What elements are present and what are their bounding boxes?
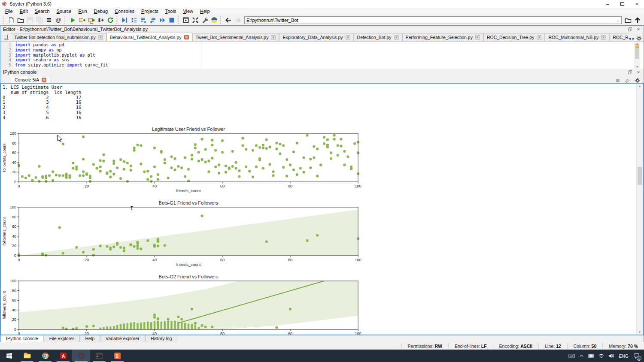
run-icon[interactable]: [68, 15, 77, 25]
run-cell-advance-icon[interactable]: [87, 15, 96, 25]
minimize-button[interactable]: –: [600, 0, 615, 8]
clear-console-eraser-icon[interactable]: [625, 78, 630, 83]
menu-consoles[interactable]: Consoles: [111, 8, 138, 14]
console-scrollbar[interactable]: ▲ ▼: [636, 84, 643, 334]
close-pane-icon[interactable]: ×: [636, 27, 641, 32]
save-icon[interactable]: [25, 15, 35, 25]
up-icon[interactable]: [633, 15, 642, 25]
working-directory-input[interactable]: [245, 18, 614, 23]
console-tab[interactable]: Console 5/A ✕: [11, 76, 50, 83]
continue-icon[interactable]: [158, 15, 167, 25]
new-file-icon[interactable]: [6, 15, 16, 25]
tray-chevron-up-icon[interactable]: [578, 353, 585, 359]
menu-projects[interactable]: Projects: [138, 8, 162, 14]
undock-pane-icon[interactable]: [627, 27, 632, 32]
scroll-tabs-left-icon[interactable]: ◂: [629, 36, 631, 41]
touch-keyboard-icon[interactable]: [568, 353, 575, 359]
editor-tab[interactable]: ROC_Random_Forest.py✕: [609, 33, 629, 41]
maximize-button[interactable]: [615, 0, 629, 8]
dock-tab-history-log[interactable]: History log: [145, 335, 178, 342]
restart-icon[interactable]: [106, 15, 115, 25]
editor-tab[interactable]: Performing_Feature_Selection.py✕: [402, 33, 483, 41]
step-over-icon[interactable]: [139, 15, 148, 25]
menu-view[interactable]: View: [179, 8, 197, 14]
close-tab-icon[interactable]: ✕: [475, 35, 480, 40]
chevron-down-icon[interactable]: ⌄: [614, 18, 621, 22]
editor-scrollbar[interactable]: ▲ ▼: [634, 42, 640, 69]
menu-debug[interactable]: Debug: [91, 8, 111, 14]
close-tab-icon[interactable]: ✕: [271, 35, 276, 40]
close-tab-icon[interactable]: ✕: [601, 35, 606, 40]
terminal-taskbar-icon[interactable]: [90, 350, 108, 362]
step-into-icon[interactable]: [148, 15, 158, 25]
console-scrollbar-thumb[interactable]: [638, 167, 642, 185]
menu-file[interactable]: File: [2, 8, 16, 14]
forward-icon[interactable]: [233, 15, 243, 25]
preferences-icon[interactable]: [200, 15, 210, 25]
scroll-up-icon[interactable]: ▲: [637, 84, 643, 87]
menu-help[interactable]: Help: [197, 8, 213, 14]
scroll-down-icon[interactable]: ▼: [637, 331, 643, 334]
start-button[interactable]: [0, 350, 18, 362]
debug-file-icon[interactable]: [120, 15, 129, 25]
code-editor[interactable]: 12345 import pandas as pdimport numpy as…: [0, 41, 644, 69]
close-tab-icon[interactable]: ✕: [394, 35, 399, 40]
close-tab-icon[interactable]: ✕: [98, 35, 103, 40]
menu-tools[interactable]: Tools: [162, 8, 180, 14]
browse-tabs-button[interactable]: [0, 33, 11, 41]
editor-tab[interactable]: Tweet_Bot_Sentimental_Analysis.py✕: [192, 33, 279, 41]
run-selection-icon[interactable]: [96, 15, 106, 25]
close-tab-icon[interactable]: ✕: [537, 35, 541, 40]
close-pane-icon[interactable]: ×: [636, 69, 641, 75]
acrobat-taskbar-icon[interactable]: A: [54, 350, 72, 362]
file-explorer-taskbar-icon[interactable]: [18, 350, 36, 362]
editor-tab[interactable]: ROC_Decision_Tree.py✕: [483, 33, 545, 41]
open-file-icon[interactable]: [16, 15, 25, 25]
close-button[interactable]: ×: [629, 0, 644, 8]
menu-search[interactable]: Search: [31, 8, 53, 14]
back-icon[interactable]: [224, 15, 233, 25]
editor-tab[interactable]: Detection_Bot.py✕: [354, 33, 402, 41]
file-switcher-icon[interactable]: [44, 15, 54, 25]
console-options-gear-icon[interactable]: [635, 78, 640, 83]
maximize-pane-icon[interactable]: [181, 15, 191, 25]
undock-pane-icon[interactable]: [627, 69, 632, 75]
debug-cell-icon[interactable]: [129, 15, 139, 25]
chrome-taskbar-icon[interactable]: [36, 350, 54, 362]
editor-tab[interactable]: ROC_Multinomial_NB.py✕: [545, 33, 609, 41]
action-center-icon[interactable]: 1: [633, 353, 640, 359]
interrupt-kernel-icon[interactable]: [615, 78, 620, 83]
battery-icon[interactable]: [588, 353, 595, 359]
dock-tab-variable-explorer[interactable]: Variable explorer: [100, 335, 145, 342]
scroll-tabs-right-icon[interactable]: ▸: [632, 36, 635, 41]
stop-icon[interactable]: [167, 15, 176, 25]
editor-scrollbar-thumb[interactable]: [635, 48, 639, 59]
console-output-area[interactable]: 1. LCS Legitimate User num_of_strings lc…: [0, 83, 644, 335]
run-cell-icon[interactable]: [77, 15, 87, 25]
menu-edit[interactable]: Edit: [16, 8, 31, 14]
code-text[interactable]: import pandas as pdimport numpy as npimp…: [13, 42, 644, 69]
dock-tab-file-explorer[interactable]: File explorer: [44, 335, 80, 342]
editor-options-gear-icon[interactable]: [636, 36, 642, 41]
at-symbol-icon[interactable]: @: [54, 15, 63, 25]
spyder-taskbar-icon[interactable]: [72, 350, 90, 362]
close-tab-icon[interactable]: ✕: [346, 35, 350, 40]
editor-tab[interactable]: Twitter Bot detection final_submission.p…: [11, 33, 106, 41]
spyder-installer-taskbar-icon[interactable]: S: [108, 350, 126, 362]
python-env-icon[interactable]: [210, 15, 219, 25]
close-tab-icon[interactable]: ✕: [184, 35, 189, 39]
open-dir-icon[interactable]: [623, 15, 633, 25]
editor-tab[interactable]: Behavioural_TwitterBot_Analysis.py✕: [106, 33, 192, 41]
save-all-icon[interactable]: [35, 15, 44, 25]
scroll-down-icon[interactable]: ▼: [634, 65, 640, 68]
dock-tab-ipython-console[interactable]: IPython console: [0, 335, 44, 342]
wifi-icon[interactable]: [598, 353, 605, 359]
dock-tab-help[interactable]: Help: [80, 335, 100, 342]
language-indicator[interactable]: ENG: [617, 353, 630, 359]
menu-source[interactable]: Source: [53, 8, 75, 14]
fullscreen-icon[interactable]: [191, 15, 200, 25]
menu-run[interactable]: Run: [75, 8, 90, 14]
editor-tab[interactable]: Exploratory_Data_Analysis.py✕: [279, 33, 353, 41]
close-console-tab-icon[interactable]: ✕: [42, 78, 46, 82]
volume-icon[interactable]: [608, 353, 614, 359]
